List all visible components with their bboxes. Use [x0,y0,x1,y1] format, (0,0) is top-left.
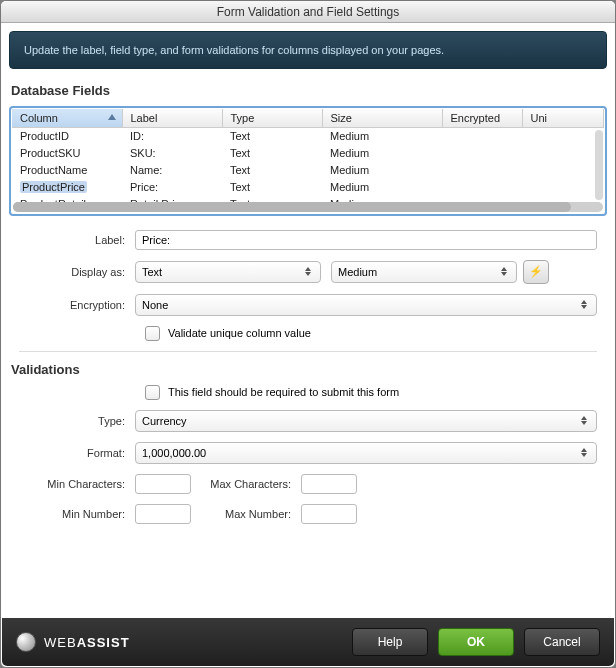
validation-format-label: Format: [19,447,135,459]
encryption-label: Encryption: [19,299,135,311]
label-input[interactable] [135,230,597,250]
max-characters-label: Max Characters: [191,478,301,490]
max-number-label: Max Number: [191,508,301,520]
column-header-encrypted[interactable]: Encrypted [442,109,522,128]
table-header-row: Column Label Type Size Encrypted Uni [12,109,604,128]
window: Form Validation and Field Settings Updat… [0,0,616,668]
column-header-column[interactable]: Column [12,109,122,128]
chevron-updown-icon [498,267,510,276]
brand-text: WEBASSIST [44,635,130,650]
window-title: Form Validation and Field Settings [217,5,400,19]
fields-table: Column Label Type Size Encrypted Uni Pro… [12,109,604,213]
validate-unique-label: Validate unique column value [168,327,311,339]
validation-format-select[interactable]: 1,000,000.00 [135,442,597,464]
help-button[interactable]: Help [352,628,428,656]
chevron-updown-icon [578,448,590,457]
min-characters-input[interactable] [135,474,191,494]
info-banner: Update the label, field type, and form v… [9,31,607,69]
validation-type-select[interactable]: Currency [135,410,597,432]
lightning-button[interactable]: ⚡ [523,260,549,284]
cancel-button[interactable]: Cancel [524,628,600,656]
ok-button[interactable]: OK [438,628,514,656]
content-area: Update the label, field type, and form v… [1,23,615,550]
min-number-input[interactable] [135,504,191,524]
min-characters-label: Min Characters: [19,478,135,490]
lightning-icon: ⚡ [529,265,543,278]
table-row[interactable]: ProductSKUSKU:TextMedium [12,145,604,162]
display-as-label: Display as: [19,266,135,278]
required-label: This field should be required to submit … [168,386,399,398]
column-header-label[interactable]: Label [122,109,222,128]
chevron-updown-icon [302,267,314,276]
validate-unique-checkbox[interactable] [145,326,160,341]
display-as-select[interactable]: Text [135,261,321,283]
divider [19,351,597,352]
column-header-size[interactable]: Size [322,109,442,128]
table-row-selected[interactable]: ProductPricePrice:TextMedium [12,179,604,196]
label-label: Label: [19,234,135,246]
table-row[interactable]: ProductNameName:TextMedium [12,162,604,179]
section-database-fields-title: Database Fields [11,83,605,98]
validation-type-label: Type: [19,415,135,427]
info-text: Update the label, field type, and form v… [24,44,444,56]
chevron-updown-icon [578,300,590,309]
horizontal-scrollbar-thumb[interactable] [13,202,571,212]
database-fields-table: Column Label Type Size Encrypted Uni Pro… [9,106,607,216]
display-size-select[interactable]: Medium [331,261,517,283]
section-validations-title: Validations [11,362,595,377]
titlebar: Form Validation and Field Settings [1,1,615,23]
column-header-type[interactable]: Type [222,109,322,128]
chevron-updown-icon [578,416,590,425]
footer-bar: WEBASSIST Help OK Cancel [2,618,614,666]
required-checkbox[interactable] [145,385,160,400]
field-form: Label: Display as: Text Medium ⚡ [9,230,607,542]
max-number-input[interactable] [301,504,357,524]
min-number-label: Min Number: [19,508,135,520]
max-characters-input[interactable] [301,474,357,494]
sort-asc-icon [108,114,116,120]
column-header-unique[interactable]: Uni [522,109,604,128]
encryption-select[interactable]: None [135,294,597,316]
brand-orb-icon [16,632,36,652]
vertical-scrollbar[interactable] [595,130,603,200]
brand-logo: WEBASSIST [16,632,130,652]
table-row[interactable]: ProductIDID:TextMedium [12,128,604,145]
